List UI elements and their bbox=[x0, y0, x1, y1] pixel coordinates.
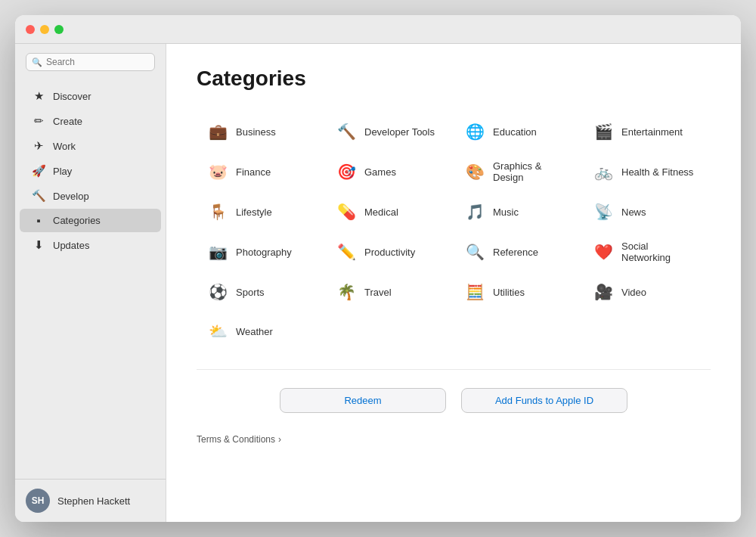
category-item-utilities[interactable]: 🧮Utilities bbox=[454, 272, 582, 312]
category-item-business[interactable]: 💼Business bbox=[197, 112, 325, 151]
category-label-lifestyle: Lifestyle bbox=[236, 206, 272, 218]
category-icon-developer-tools: 🔨 bbox=[336, 121, 357, 142]
sidebar-item-discover[interactable]: ★Discover bbox=[20, 84, 161, 108]
category-item-social-networking[interactable]: ❤️Social Networking bbox=[582, 231, 711, 272]
category-item-video[interactable]: 🎥Video bbox=[582, 272, 711, 312]
category-item-health-fitness[interactable]: 🚲Health & Fitness bbox=[582, 151, 711, 192]
user-name: Stephen Hackett bbox=[57, 495, 130, 507]
category-item-education[interactable]: 🌐Education bbox=[454, 112, 582, 151]
category-item-reference[interactable]: 🔍Reference bbox=[454, 231, 582, 272]
category-label-graphics-design: Graphics & Design bbox=[493, 160, 572, 183]
sidebar-item-create[interactable]: ✏Create bbox=[20, 109, 161, 133]
sidebar-item-play[interactable]: 🚀Play bbox=[20, 159, 161, 183]
close-button[interactable] bbox=[26, 25, 35, 34]
category-icon-utilities: 🧮 bbox=[464, 281, 485, 303]
sidebar-item-label-work: Work bbox=[53, 141, 76, 152]
category-label-medical: Medical bbox=[364, 206, 398, 218]
category-item-weather[interactable]: ⛅Weather bbox=[197, 312, 325, 351]
category-item-travel[interactable]: 🌴Travel bbox=[325, 272, 454, 312]
categories-grid: 💼Business🔨Developer Tools🌐Education🎬Ente… bbox=[197, 112, 711, 351]
category-label-photography: Photography bbox=[236, 247, 292, 258]
category-icon-reference: 🔍 bbox=[464, 241, 485, 262]
maximize-button[interactable] bbox=[54, 25, 64, 34]
develop-icon: 🔨 bbox=[32, 189, 45, 203]
updates-icon: ⬇ bbox=[32, 238, 45, 252]
terms-label: Terms & Conditions bbox=[197, 434, 275, 445]
redeem-button[interactable]: Redeem bbox=[280, 388, 446, 413]
action-buttons: Redeem Add Funds to Apple ID bbox=[197, 388, 711, 413]
category-icon-games: 🎯 bbox=[336, 161, 357, 182]
category-icon-photography: 📷 bbox=[207, 241, 228, 262]
sidebar-item-label-play: Play bbox=[53, 166, 72, 177]
discover-icon: ★ bbox=[32, 89, 45, 103]
category-label-finance: Finance bbox=[236, 166, 271, 178]
sidebar-item-label-develop: Develop bbox=[53, 191, 89, 202]
category-item-music[interactable]: 🎵Music bbox=[454, 192, 582, 231]
category-icon-education: 🌐 bbox=[464, 121, 485, 142]
content-area: 🔍 ★Discover✏Create✈Work🚀Play🔨Develop▪Cat… bbox=[15, 44, 741, 522]
category-label-productivity: Productivity bbox=[364, 247, 415, 258]
category-icon-social-networking: ❤️ bbox=[593, 241, 614, 262]
minimize-button[interactable] bbox=[40, 25, 49, 34]
app-window: 🔍 ★Discover✏Create✈Work🚀Play🔨Develop▪Cat… bbox=[15, 15, 741, 522]
category-icon-travel: 🌴 bbox=[336, 281, 357, 303]
category-item-photography[interactable]: 📷Photography bbox=[197, 231, 325, 272]
category-item-entertainment[interactable]: 🎬Entertainment bbox=[582, 112, 711, 151]
category-item-graphics-design[interactable]: 🎨Graphics & Design bbox=[454, 151, 582, 192]
sidebar-footer: SH Stephen Hackett bbox=[15, 479, 166, 522]
page-title: Categories bbox=[197, 67, 711, 91]
category-item-medical[interactable]: 💊Medical bbox=[325, 192, 454, 231]
category-icon-weather: ⛅ bbox=[207, 321, 228, 342]
category-item-games[interactable]: 🎯Games bbox=[325, 151, 454, 192]
category-item-sports[interactable]: ⚽Sports bbox=[197, 272, 325, 312]
category-label-music: Music bbox=[493, 206, 519, 218]
titlebar bbox=[15, 15, 741, 44]
category-label-health-fitness: Health & Fitness bbox=[621, 166, 693, 178]
search-input[interactable] bbox=[26, 53, 155, 71]
sidebar-item-label-updates: Updates bbox=[53, 240, 89, 251]
category-label-weather: Weather bbox=[236, 326, 273, 337]
main-content: Categories 💼Business🔨Developer Tools🌐Edu… bbox=[166, 44, 741, 522]
search-icon: 🔍 bbox=[32, 57, 42, 67]
play-icon: 🚀 bbox=[32, 164, 45, 178]
sidebar-item-updates[interactable]: ⬇Updates bbox=[20, 233, 161, 257]
category-icon-graphics-design: 🎨 bbox=[464, 161, 485, 182]
category-icon-sports: ⚽ bbox=[207, 281, 228, 303]
terms-link[interactable]: Terms & Conditions › bbox=[197, 431, 711, 448]
sidebar-item-categories[interactable]: ▪Categories bbox=[20, 209, 161, 232]
category-item-productivity[interactable]: ✏️Productivity bbox=[325, 231, 454, 272]
category-icon-lifestyle: 🪑 bbox=[207, 201, 228, 222]
category-item-news[interactable]: 📡News bbox=[582, 192, 711, 231]
categories-icon: ▪ bbox=[32, 214, 45, 227]
category-label-developer-tools: Developer Tools bbox=[364, 126, 435, 138]
category-icon-music: 🎵 bbox=[464, 201, 485, 222]
traffic-lights bbox=[26, 25, 64, 34]
category-label-reference: Reference bbox=[493, 247, 538, 258]
search-box[interactable]: 🔍 bbox=[26, 53, 155, 71]
category-label-sports: Sports bbox=[236, 287, 265, 298]
sidebar-item-label-create: Create bbox=[53, 116, 82, 127]
category-item-developer-tools[interactable]: 🔨Developer Tools bbox=[325, 112, 454, 151]
category-icon-health-fitness: 🚲 bbox=[593, 161, 614, 182]
category-item-lifestyle[interactable]: 🪑Lifestyle bbox=[197, 192, 325, 231]
sidebar-item-label-discover: Discover bbox=[53, 91, 91, 102]
sidebar-item-develop[interactable]: 🔨Develop bbox=[20, 184, 161, 208]
category-icon-finance: 🐷 bbox=[207, 161, 228, 182]
sidebar-item-label-categories: Categories bbox=[53, 215, 101, 226]
category-label-social-networking: Social Networking bbox=[621, 241, 700, 263]
nav-list: ★Discover✏Create✈Work🚀Play🔨Develop▪Categ… bbox=[15, 80, 166, 479]
category-icon-medical: 💊 bbox=[336, 201, 357, 222]
category-label-video: Video bbox=[621, 287, 646, 298]
category-icon-news: 📡 bbox=[593, 201, 614, 222]
avatar: SH bbox=[26, 489, 50, 513]
add-funds-button[interactable]: Add Funds to Apple ID bbox=[461, 388, 627, 413]
category-icon-productivity: ✏️ bbox=[336, 241, 357, 262]
sidebar-item-work[interactable]: ✈Work bbox=[20, 134, 161, 158]
category-label-travel: Travel bbox=[364, 287, 392, 298]
terms-chevron: › bbox=[278, 434, 281, 445]
category-item-finance[interactable]: 🐷Finance bbox=[197, 151, 325, 192]
category-label-utilities: Utilities bbox=[493, 287, 525, 298]
category-icon-business: 💼 bbox=[207, 121, 228, 142]
category-icon-entertainment: 🎬 bbox=[593, 121, 614, 142]
category-label-business: Business bbox=[236, 126, 276, 138]
